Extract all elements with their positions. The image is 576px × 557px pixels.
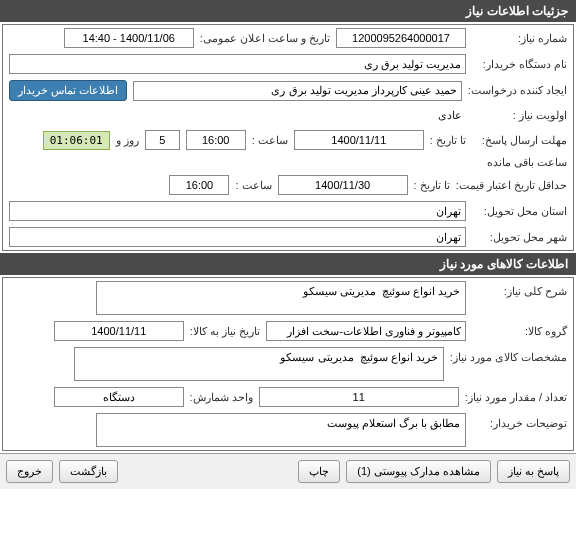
exit-button[interactable]: خروج xyxy=(6,460,53,483)
spec-label: مشخصات کالای مورد نیاز: xyxy=(450,347,567,364)
qty-label: تعداد / مقدار مورد نیاز: xyxy=(465,391,567,404)
goods-header: اطلاعات کالاهای مورد نیاز xyxy=(0,253,576,275)
deadline-time-field[interactable] xyxy=(186,130,246,150)
desc-label: شرح کلی نیاز: xyxy=(472,281,567,298)
print-button[interactable]: چاپ xyxy=(298,460,340,483)
time-label-2: ساعت : xyxy=(235,179,271,192)
requester-label: ایجاد کننده درخواست: xyxy=(468,84,567,97)
public-date-field[interactable] xyxy=(64,28,194,48)
footer-toolbar: پاسخ به نیاز مشاهده مدارک پیوستی (1) چاپ… xyxy=(0,453,576,489)
delivery-city-field[interactable] xyxy=(9,227,466,247)
group-field[interactable] xyxy=(266,321,466,341)
buyer-org-label: نام دستگاه خریدار: xyxy=(472,58,567,71)
need-date-label: تاریخ نیاز به کالا: xyxy=(190,325,260,338)
back-button[interactable]: بازگشت xyxy=(59,460,118,483)
group-label: گروه کالا: xyxy=(472,325,567,338)
spec-field[interactable] xyxy=(74,347,444,381)
buyer-notes-field[interactable] xyxy=(96,413,466,447)
contact-button[interactable]: اطلاعات تماس خریدار xyxy=(9,80,127,101)
delivery-province-label: استان محل تحویل: xyxy=(472,205,567,218)
requester-field[interactable] xyxy=(133,81,462,101)
remaining-label: ساعت باقی مانده xyxy=(487,156,567,169)
time-label-1: ساعت : xyxy=(252,134,288,147)
to-date-label-2: تا تاریخ : xyxy=(414,179,450,192)
days-field[interactable] xyxy=(145,130,180,150)
deadline-send-label: مهلت ارسال پاسخ: xyxy=(472,134,567,147)
details-section: شماره نیاز: تاریخ و ساعت اعلان عمومی: نا… xyxy=(2,24,574,251)
public-date-label: تاریخ و ساعت اعلان عمومی: xyxy=(200,32,330,45)
desc-field[interactable] xyxy=(96,281,466,315)
unit-field[interactable] xyxy=(54,387,184,407)
toolbar-spacer xyxy=(124,460,292,483)
price-validity-date-field[interactable] xyxy=(278,175,408,195)
need-date-field[interactable] xyxy=(54,321,184,341)
price-validity-time-field[interactable] xyxy=(169,175,229,195)
priority-value: عادی xyxy=(434,107,466,124)
days-and-label: روز و xyxy=(116,134,139,147)
priority-label: اولویت نیاز : xyxy=(472,109,567,122)
buyer-notes-label: توضیحات خریدار: xyxy=(472,413,567,430)
deadline-date-field[interactable] xyxy=(294,130,424,150)
need-number-field[interactable] xyxy=(336,28,466,48)
price-validity-label: حداقل تاریخ اعتبار قیمت: xyxy=(456,179,567,192)
to-date-label-1: تا تاریخ : xyxy=(430,134,466,147)
need-number-label: شماره نیاز: xyxy=(472,32,567,45)
countdown-timer: 01:06:01 xyxy=(43,131,110,150)
delivery-city-label: شهر محل تحویل: xyxy=(472,231,567,244)
unit-label: واحد شمارش: xyxy=(190,391,253,404)
attachments-button[interactable]: مشاهده مدارک پیوستی (1) xyxy=(346,460,491,483)
buyer-org-field[interactable] xyxy=(9,54,466,74)
qty-field[interactable] xyxy=(259,387,459,407)
delivery-province-field[interactable] xyxy=(9,201,466,221)
details-header: جزئیات اطلاعات نیاز xyxy=(0,0,576,22)
goods-section: شرح کلی نیاز: گروه کالا: تاریخ نیاز به ک… xyxy=(2,277,574,451)
reply-button[interactable]: پاسخ به نیاز xyxy=(497,460,570,483)
